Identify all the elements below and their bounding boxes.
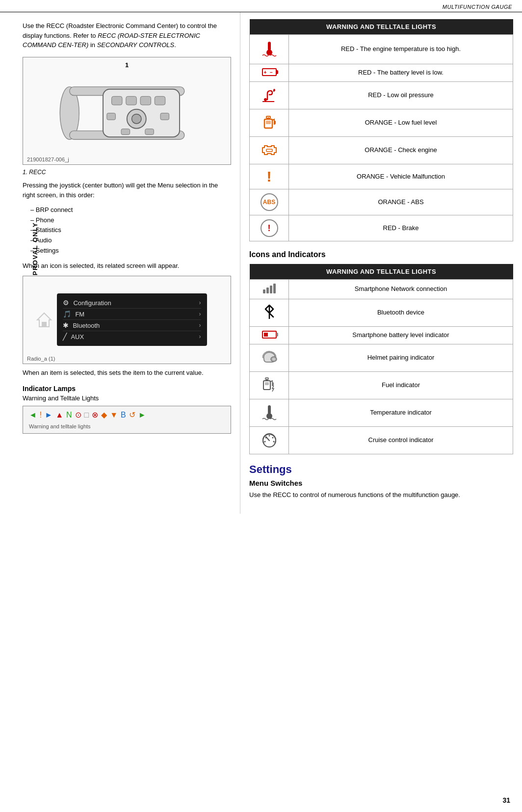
battery-low-icon: – + [262,68,277,76]
svg-point-9 [131,114,141,124]
warn-icon-right2: ► [138,411,146,419]
cruise-control-icon [260,431,279,448]
temperature-indicator-icon [261,403,278,421]
warning-table-2: WARNING AND TELLTALE LIGHTS [249,264,513,454]
svg-point-39 [273,441,274,443]
bluetooth-arrow: › [199,322,201,329]
left-column: FOR APPROVAL ONLY Use the RECC (Roadster… [0,12,240,514]
desc-malfunction: ORANGE - Vehicle Malfunction [289,164,513,189]
svg-rect-4 [111,96,122,105]
svg-point-18 [264,98,267,101]
radio-screen: ⚙ Configuration › 🎵 FM › ✱ Bluetooth [57,293,207,346]
table-row: Smartphone Network connection [250,280,513,299]
svg-point-38 [272,437,273,439]
desc-oil: RED - Low oil pressure [289,82,513,109]
svg-rect-11 [160,113,169,120]
radio-row-config: ⚙ Configuration › [63,297,201,309]
icon-cell-temp-indicator [250,399,289,427]
fm-icon: 🎵 [63,310,71,318]
desc-brake: RED - Brake [289,215,513,241]
svg-rect-10 [107,113,116,120]
list-item-audio: Audio [30,236,231,246]
aux-label: AUX [71,333,199,341]
svg-point-35 [264,441,265,443]
body2: When an icon is selected, its related sc… [23,261,231,271]
figure1-box: 1 [23,57,231,165]
warn-icon-left: ◄ [29,411,37,419]
table-row: Smartphone battery level indicator [250,327,513,344]
svg-rect-21 [266,121,271,124]
check-engine-icon [260,141,279,158]
table-row: ! ORANGE - Vehicle Malfunction [250,164,513,189]
svg-point-36 [265,437,266,439]
fm-label: FM [75,311,199,318]
icon-cell-check-engine [250,137,289,164]
helmet-icon [260,348,279,366]
table-row: ! RED - Brake [250,215,513,241]
intro-text: Use the RECC (Roadster Electronic Comman… [23,21,231,50]
caption1: 1. RECC [23,169,231,176]
svg-point-37 [268,435,270,437]
desc-engine-temp: RED - The engine temperature is too high… [289,35,513,64]
brake-icon: ! [261,219,278,237]
aux-arrow: › [199,333,201,340]
icon-cell-engine-temp [250,35,289,64]
desc-helmet: Helmet pairing indicator [289,344,513,372]
figure1-number: 1 [125,61,129,69]
desc-fuel: ORANGE - Low fuel level [289,109,513,137]
desc-signal: Smartphone Network connection [289,280,513,299]
svg-rect-13 [145,129,154,135]
svg-rect-5 [126,96,136,105]
page-number: 31 [502,796,510,804]
table-row: Temperature indicator [250,399,513,427]
warn-icon-diamond: ◆ [101,410,107,419]
warn-icon-exclaim: ! [40,411,42,419]
desc-temp-indicator: Temperature indicator [289,399,513,427]
warning-telltale-subheading: Warning and Telltale Lights [23,394,231,402]
oil-pressure-icon [261,86,278,104]
svg-rect-12 [121,129,130,135]
svg-rect-15 [42,322,47,327]
warn-icon-up: ▲ [55,411,63,419]
abs-icon: ABS [261,193,278,211]
table-row: – + RED - The battery level is low. [250,64,513,82]
recc-svg [39,65,215,156]
figure2-label: Radio_a (1) [27,356,55,362]
warning-icons-row: ◄ ! ► ▲ N ⊙ □ ⊗ ◆ ▼ B ↺ ► [29,410,225,419]
radio-row-fm: 🎵 FM › [63,309,201,320]
warn-icon-circle: ⊙ [75,410,81,419]
warn-icon-right: ► [45,411,52,419]
desc-smartphone-battery: Smartphone battery level indicator [289,327,513,344]
icon-cell-bluetooth [250,299,289,327]
desc-abs: ORANGE - ABS [289,189,513,215]
icon-cell-helmet [250,344,289,372]
warn-icon-x: ⊗ [92,410,98,419]
list-item-brp: BRP connect [30,205,231,215]
desc-check-engine: ORANGE - Check engine [289,137,513,164]
right-column: WARNING AND TELLTALE LIGHTS [240,12,522,514]
table-row: Helmet pairing indicator [250,344,513,372]
svg-rect-28 [265,382,269,385]
settings-heading: Settings [249,463,513,476]
fuel-pump-icon [261,113,278,131]
aux-icon: ╱ [63,333,67,341]
desc-bluetooth: Bluetooth device [289,299,513,327]
icon-cell-malfunction: ! [250,164,289,189]
table-row: RED - The engine temperature is too high… [250,35,513,64]
svg-rect-6 [140,96,151,105]
desc-battery: RED - The battery level is low. [289,64,513,82]
menu-switches-body: Use the RECC to control of numerous func… [249,490,513,500]
menu-switches-heading: Menu Switches [249,479,513,487]
table-row: Cruise control indicator [250,427,513,454]
warn-icon-b: B [121,411,126,419]
config-arrow: › [199,299,201,306]
table-row: ORANGE - Low fuel level [250,109,513,137]
config-icon: ⚙ [63,299,69,307]
warning-img-caption: Warning and telltale lights [29,423,225,429]
list-item-statistics: Statistics [30,225,231,236]
list-item-settings: Settings [30,246,231,256]
warning-table-1: WARNING AND TELLTALE LIGHTS [249,19,513,241]
desc-fuel-indicator: Fuel indicator [289,372,513,399]
engine-temp-icon [260,39,279,58]
bluetooth-menu-label: Bluetooth [73,322,199,329]
